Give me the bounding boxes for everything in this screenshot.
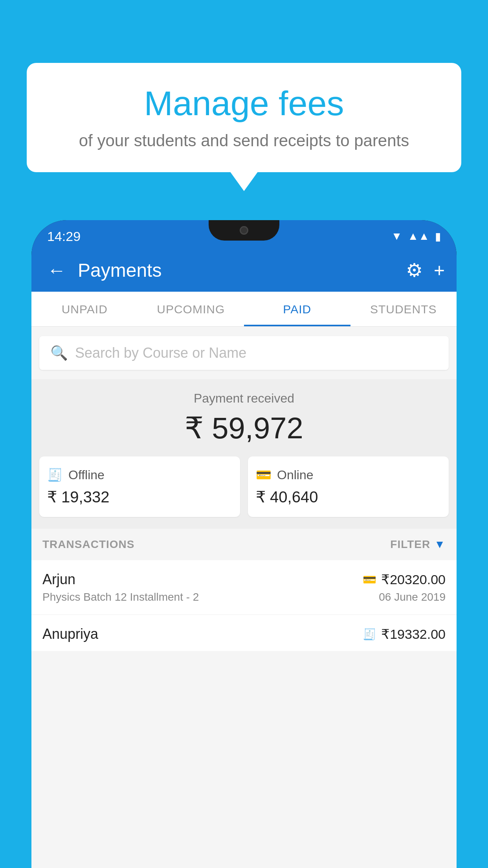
back-button[interactable]: ← (43, 256, 70, 285)
bubble-heading: Manage fees (50, 83, 438, 123)
transaction-item[interactable]: Arjun 💳 ₹20320.00 Physics Batch 12 Insta… (31, 560, 457, 615)
tabs-bar: UNPAID UPCOMING PAID STUDENTS (31, 292, 457, 327)
transaction-name-2: Anupriya (42, 626, 98, 642)
online-card-header: 💳 Online (256, 467, 441, 482)
payment-type-icon-2: 🧾 (363, 628, 376, 641)
phone-frame: 14:29 ▼ ▲▲ ▮ ← Payments ⚙ + UNPAID UPCOM… (31, 220, 457, 868)
signal-icon: ▲▲ (408, 230, 429, 243)
status-icons: ▼ ▲▲ ▮ (391, 230, 441, 243)
transaction-amount-wrap-2: 🧾 ₹19332.00 (363, 626, 446, 642)
battery-icon: ▮ (435, 230, 441, 243)
offline-icon: 🧾 (47, 467, 63, 482)
offline-label: Offline (68, 468, 105, 482)
offline-card-header: 🧾 Offline (47, 467, 232, 482)
camera (240, 226, 248, 235)
online-icon: 💳 (256, 467, 272, 482)
transaction-row-top: Arjun 💳 ₹20320.00 (42, 571, 446, 588)
transaction-amount: ₹20320.00 (381, 572, 446, 587)
search-placeholder: Search by Course or Name (75, 345, 246, 361)
payment-received-section: Payment received ₹ 59,972 🧾 Offline ₹ 19… (31, 379, 457, 529)
status-time: 14:29 (47, 229, 81, 244)
tab-students[interactable]: STUDENTS (350, 292, 457, 326)
transaction-amount-wrap: 💳 ₹20320.00 (363, 572, 446, 587)
payment-total-amount: ₹ 59,972 (39, 410, 449, 445)
filter-button[interactable]: FILTER ▼ (390, 538, 446, 551)
transaction-amount-2: ₹19332.00 (381, 626, 446, 642)
filter-icon: ▼ (434, 538, 446, 551)
transactions-header: TRANSACTIONS FILTER ▼ (31, 529, 457, 560)
wifi-icon: ▼ (391, 230, 402, 243)
transaction-item-partial[interactable]: Anupriya 🧾 ₹19332.00 (31, 615, 457, 651)
offline-amount: ₹ 19,332 (47, 488, 232, 506)
payment-type-icon: 💳 (363, 573, 376, 586)
payment-cards: 🧾 Offline ₹ 19,332 💳 Online ₹ 40,640 (39, 456, 449, 517)
add-button[interactable]: + (434, 259, 445, 281)
online-card: 💳 Online ₹ 40,640 (248, 456, 449, 517)
transaction-course: Physics Batch 12 Installment - 2 (42, 591, 199, 603)
app-content: 🔍 Search by Course or Name Payment recei… (31, 327, 457, 868)
settings-button[interactable]: ⚙ (406, 259, 423, 281)
transaction-date: 06 June 2019 (379, 591, 446, 603)
tab-paid[interactable]: PAID (244, 292, 350, 326)
tab-upcoming[interactable]: UPCOMING (138, 292, 244, 326)
transaction-name: Arjun (42, 571, 75, 588)
bubble-subtext: of your students and send receipts to pa… (50, 131, 438, 150)
online-amount: ₹ 40,640 (256, 488, 441, 506)
page-title: Payments (78, 259, 398, 281)
transactions-label: TRANSACTIONS (42, 538, 134, 551)
filter-label: FILTER (390, 538, 430, 551)
tab-unpaid[interactable]: UNPAID (31, 292, 138, 326)
search-icon: 🔍 (50, 345, 68, 361)
speech-bubble: Manage fees of your students and send re… (27, 63, 461, 172)
transaction-sub-row: Physics Batch 12 Installment - 2 06 June… (42, 591, 446, 603)
transaction-row-top-2: Anupriya 🧾 ₹19332.00 (42, 626, 446, 642)
online-label: Online (277, 468, 314, 482)
offline-card: 🧾 Offline ₹ 19,332 (39, 456, 240, 517)
payment-received-label: Payment received (39, 391, 449, 406)
search-bar[interactable]: 🔍 Search by Course or Name (39, 336, 449, 370)
app-bar-actions: ⚙ + (406, 259, 445, 281)
phone-notch (209, 220, 279, 241)
app-bar: ← Payments ⚙ + (31, 248, 457, 292)
